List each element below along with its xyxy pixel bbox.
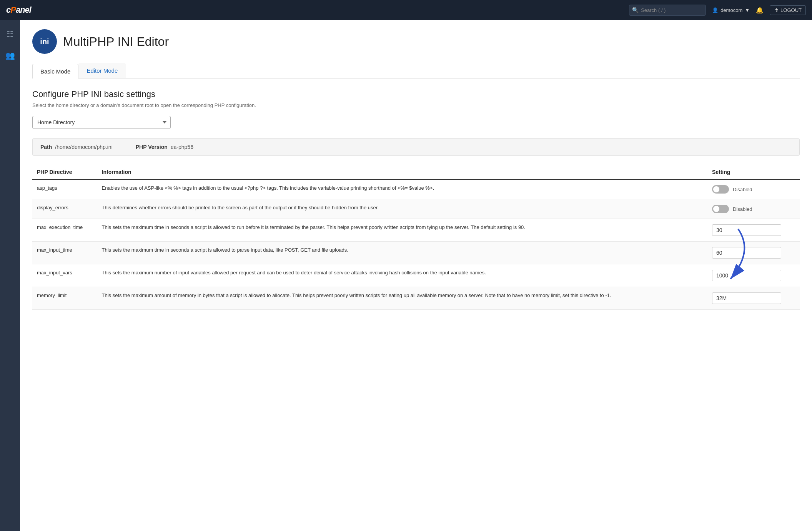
setting-cell: Disabled xyxy=(707,199,800,219)
section-description: Select the home directory or a domain's … xyxy=(32,102,800,108)
setting-cell xyxy=(707,287,800,310)
table-row: memory_limitThis sets the maximum amount… xyxy=(32,287,800,310)
table-row: asp_tagsEnables the use of ASP-like <% %… xyxy=(32,179,800,199)
input-max_execution_time[interactable] xyxy=(712,224,781,236)
setting-cell xyxy=(707,242,800,264)
path-value: /home/democom/php.ini xyxy=(55,144,112,150)
php-version-value: ea-php56 xyxy=(171,144,193,150)
navbar: cPanel 🔍 👤 democom ▼ 🔔 🗡 LOGOUT xyxy=(0,0,812,20)
sidebar-grid-icon[interactable]: ☷ xyxy=(3,26,17,42)
page-icon-text: ini xyxy=(40,37,49,46)
logout-label: LOGOUT xyxy=(780,7,802,13)
directive-cell: memory_limit xyxy=(32,287,97,310)
toggle-label-asp_tags: Disabled xyxy=(733,187,752,192)
toggle-display_errors[interactable] xyxy=(712,205,729,213)
input-max_input_time[interactable] xyxy=(712,247,781,259)
info-cell: This sets the maximum number of input va… xyxy=(97,264,707,287)
search-icon: 🔍 xyxy=(632,7,639,13)
chevron-down-icon: ▼ xyxy=(745,7,750,13)
col-header-setting: Setting xyxy=(707,165,800,179)
directive-cell: max_execution_time xyxy=(32,219,97,242)
section-title: Configure PHP INI basic settings xyxy=(32,89,800,99)
directory-select-wrapper: Home Directory xyxy=(32,116,171,129)
info-cell: Enables the use of ASP-like <% %> tags i… xyxy=(97,179,707,199)
table-row: max_input_timeThis sets the maximum time… xyxy=(32,242,800,264)
input-max_input_vars[interactable] xyxy=(712,270,781,281)
php-directives-table: PHP Directive Information Setting asp_ta… xyxy=(32,165,800,310)
info-cell: This sets the maximum amount of memory i… xyxy=(97,287,707,310)
brand-logo: cPanel xyxy=(6,5,31,15)
search-wrapper: 🔍 xyxy=(629,5,706,16)
path-info: Path /home/democom/php.ini xyxy=(40,144,113,150)
search-input[interactable] xyxy=(629,5,706,16)
col-header-information: Information xyxy=(97,165,707,179)
setting-cell xyxy=(707,264,800,287)
directive-cell: asp_tags xyxy=(32,179,97,199)
main-content: ini MultiPHP INI Editor Basic Mode Edito… xyxy=(20,20,812,531)
setting-cell: Disabled xyxy=(707,179,800,199)
toggle-asp_tags[interactable] xyxy=(712,185,729,194)
page-header: ini MultiPHP INI Editor xyxy=(32,29,800,54)
path-label: Path xyxy=(40,144,52,150)
logout-icon: 🗡 xyxy=(774,7,779,13)
setting-cell xyxy=(707,219,800,242)
username-label: democom xyxy=(720,7,742,13)
directive-cell: max_input_time xyxy=(32,242,97,264)
table-header-row: PHP Directive Information Setting xyxy=(32,165,800,179)
table-row: display_errorsThis determines whether er… xyxy=(32,199,800,219)
table-row: max_execution_timeThis sets the maximum … xyxy=(32,219,800,242)
sidebar: ☷ 👥 xyxy=(0,20,20,531)
tab-editor-mode[interactable]: Editor Mode xyxy=(78,63,126,78)
info-cell: This sets the maximum time in seconds a … xyxy=(97,242,707,264)
user-menu[interactable]: 👤 democom ▼ xyxy=(712,7,750,13)
page-icon: ini xyxy=(32,29,57,54)
php-version-info: PHP Version ea-php56 xyxy=(136,144,193,150)
info-cell: This determines whether errors should be… xyxy=(97,199,707,219)
sidebar-users-icon[interactable]: 👥 xyxy=(2,48,18,63)
table-row: max_input_varsThis sets the maximum numb… xyxy=(32,264,800,287)
tabs-container: Basic Mode Editor Mode xyxy=(32,63,800,78)
directive-cell: display_errors xyxy=(32,199,97,219)
page-title: MultiPHP INI Editor xyxy=(63,35,169,49)
php-directives-table-wrapper: PHP Directive Information Setting asp_ta… xyxy=(32,165,800,310)
php-version-label: PHP Version xyxy=(136,144,168,150)
notifications-bell[interactable]: 🔔 xyxy=(756,7,764,14)
directory-select[interactable]: Home Directory xyxy=(32,116,171,129)
logout-button[interactable]: 🗡 LOGOUT xyxy=(770,5,806,15)
user-icon: 👤 xyxy=(712,7,718,13)
col-header-directive: PHP Directive xyxy=(32,165,97,179)
tab-basic-mode[interactable]: Basic Mode xyxy=(32,64,78,78)
info-cell: This sets the maximum time in seconds a … xyxy=(97,219,707,242)
toggle-label-display_errors: Disabled xyxy=(733,206,752,212)
info-bar: Path /home/democom/php.ini PHP Version e… xyxy=(32,138,800,156)
directive-cell: max_input_vars xyxy=(32,264,97,287)
input-memory_limit[interactable] xyxy=(712,292,781,304)
